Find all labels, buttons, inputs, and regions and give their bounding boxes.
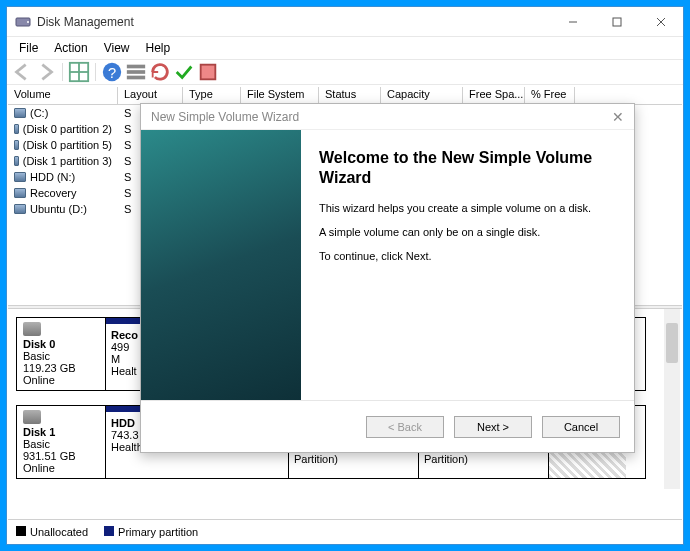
volume-name: (Disk 0 partition 5) xyxy=(23,139,112,151)
disk-type: Basic xyxy=(23,438,50,450)
cancel-button[interactable]: Cancel xyxy=(542,416,620,438)
wizard-text-3: To continue, click Next. xyxy=(319,250,616,262)
drive-icon xyxy=(14,140,19,150)
new-simple-volume-wizard-dialog: New Simple Volume Wizard ✕ Welcome to th… xyxy=(140,103,635,453)
wizard-heading: Welcome to the New Simple Volume Wizard xyxy=(319,148,616,188)
col-freespace[interactable]: Free Spa... xyxy=(463,87,525,104)
svg-rect-12 xyxy=(127,70,145,74)
col-status[interactable]: Status xyxy=(319,87,381,104)
drive-icon xyxy=(14,156,19,166)
maximize-button[interactable] xyxy=(595,8,639,36)
dialog-button-row: < Back Next > Cancel xyxy=(141,400,634,452)
svg-rect-14 xyxy=(201,65,216,80)
dialog-title: New Simple Volume Wizard xyxy=(151,110,299,124)
svg-point-1 xyxy=(27,21,29,23)
legend-swatch-primary xyxy=(104,526,114,536)
col-filesystem[interactable]: File System xyxy=(241,87,319,104)
menu-help[interactable]: Help xyxy=(138,39,179,57)
back-button: < Back xyxy=(366,416,444,438)
volume-name: Recovery xyxy=(30,187,76,199)
scrollbar-thumb[interactable] xyxy=(666,323,678,363)
help-icon[interactable]: ? xyxy=(101,61,123,83)
titlebar[interactable]: Disk Management xyxy=(7,7,683,37)
legend-primary: Primary partition xyxy=(118,526,198,538)
disk-management-window: Disk Management File Action View Help ? … xyxy=(6,6,684,545)
toolbar: ? xyxy=(7,59,683,85)
volume-name: (C:) xyxy=(30,107,48,119)
disk-label: Disk 0 xyxy=(23,338,55,350)
volume-name: HDD (N:) xyxy=(30,171,75,183)
window-title: Disk Management xyxy=(37,15,551,29)
settings-icon[interactable] xyxy=(197,61,219,83)
legend-swatch-unalloc xyxy=(16,526,26,536)
disk-label: Disk 1 xyxy=(23,426,55,438)
back-icon[interactable] xyxy=(11,61,33,83)
legend-unallocated: Unallocated xyxy=(30,526,88,538)
volume-name: (Disk 1 partition 3) xyxy=(23,155,112,167)
close-button[interactable] xyxy=(639,8,683,36)
disk-icon xyxy=(23,322,41,336)
list-icon[interactable] xyxy=(125,61,147,83)
drive-icon xyxy=(14,172,26,182)
dialog-titlebar[interactable]: New Simple Volume Wizard ✕ xyxy=(141,104,634,130)
menu-file[interactable]: File xyxy=(11,39,46,57)
grid-icon[interactable] xyxy=(68,61,90,83)
disk-size: 119.23 GB xyxy=(23,362,76,374)
drive-icon xyxy=(14,108,26,118)
legend: Unallocated Primary partition xyxy=(8,519,682,543)
disk-header[interactable]: Disk 1 Basic 931.51 GB Online xyxy=(16,405,106,479)
app-icon xyxy=(15,14,31,30)
drive-icon xyxy=(14,188,26,198)
disk-icon xyxy=(23,410,41,424)
refresh-icon[interactable] xyxy=(149,61,171,83)
wizard-text-2: A simple volume can only be on a single … xyxy=(319,226,616,238)
col-type[interactable]: Type xyxy=(183,87,241,104)
dialog-close-icon[interactable]: ✕ xyxy=(612,109,624,125)
col-volume[interactable]: Volume xyxy=(8,87,118,104)
menubar: File Action View Help xyxy=(7,37,683,59)
drive-icon xyxy=(14,204,26,214)
volume-name: (Disk 0 partition 2) xyxy=(23,123,112,135)
svg-rect-13 xyxy=(127,76,145,80)
menu-view[interactable]: View xyxy=(96,39,138,57)
scrollbar[interactable] xyxy=(664,309,680,489)
disk-status: Online xyxy=(23,462,55,474)
svg-rect-11 xyxy=(127,65,145,69)
wizard-content: Welcome to the New Simple Volume Wizard … xyxy=(301,130,634,400)
col-layout[interactable]: Layout xyxy=(118,87,183,104)
forward-icon[interactable] xyxy=(35,61,57,83)
col-pctfree[interactable]: % Free xyxy=(525,87,575,104)
minimize-button[interactable] xyxy=(551,8,595,36)
disk-size: 931.51 GB xyxy=(23,450,76,462)
svg-text:?: ? xyxy=(108,65,116,81)
svg-rect-3 xyxy=(613,18,621,26)
wizard-side-banner xyxy=(141,130,301,400)
disk-header[interactable]: Disk 0 Basic 119.23 GB Online xyxy=(16,317,106,391)
menu-action[interactable]: Action xyxy=(46,39,95,57)
next-button[interactable]: Next > xyxy=(454,416,532,438)
disk-type: Basic xyxy=(23,350,50,362)
volume-name: Ubuntu (D:) xyxy=(30,203,87,215)
check-icon[interactable] xyxy=(173,61,195,83)
disk-status: Online xyxy=(23,374,55,386)
drive-icon xyxy=(14,124,19,134)
wizard-text-1: This wizard helps you create a simple vo… xyxy=(319,202,616,214)
col-capacity[interactable]: Capacity xyxy=(381,87,463,104)
